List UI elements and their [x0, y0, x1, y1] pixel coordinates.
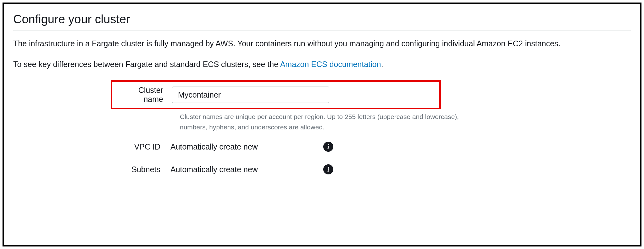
page-title: Configure your cluster — [13, 13, 631, 26]
description-paragraph-2: To see key differences between Fargate a… — [13, 59, 631, 71]
cluster-name-helper: Cluster names are unique per account per… — [180, 112, 483, 132]
subnets-row: Subnets Automatically create new i — [13, 164, 631, 174]
cluster-name-row-highlight: Cluster name — [111, 80, 441, 109]
subnets-label: Subnets — [13, 165, 170, 174]
info-icon[interactable]: i — [323, 142, 333, 152]
title-divider — [13, 31, 631, 31]
cluster-name-input[interactable] — [172, 87, 329, 103]
ecs-documentation-link[interactable]: Amazon ECS documentation — [280, 60, 381, 69]
description-2-prefix: To see key differences between Fargate a… — [13, 60, 280, 69]
vpc-id-value: Automatically create new — [170, 142, 323, 151]
subnets-value: Automatically create new — [170, 165, 323, 174]
vpc-id-row: VPC ID Automatically create new i — [13, 142, 631, 152]
info-icon[interactable]: i — [323, 164, 333, 174]
vpc-id-label: VPC ID — [13, 142, 170, 151]
form-area: Cluster name Cluster names are unique pe… — [13, 80, 631, 174]
config-panel: Configure your cluster The infrastructur… — [3, 3, 641, 246]
description-paragraph-1: The infrastructure in a Fargate cluster … — [13, 38, 631, 50]
description-2-suffix: . — [381, 60, 383, 69]
cluster-name-label: Cluster name — [119, 86, 172, 104]
